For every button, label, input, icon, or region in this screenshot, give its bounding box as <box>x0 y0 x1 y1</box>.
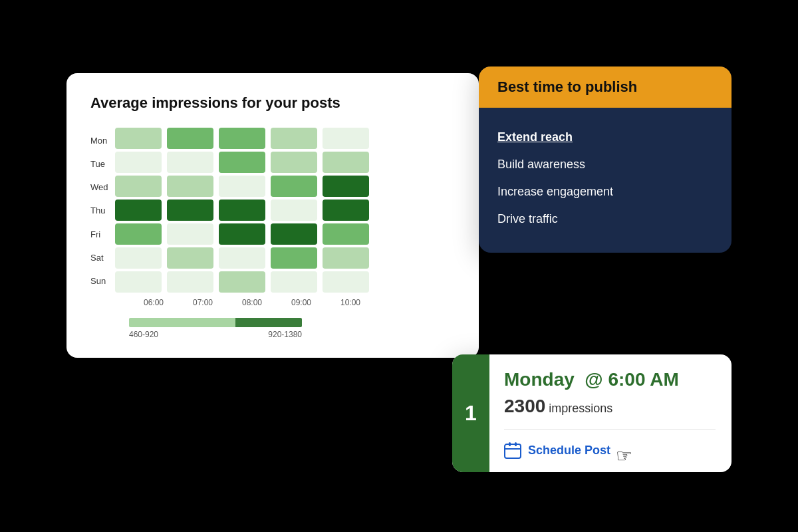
cell-3-1 <box>167 200 213 221</box>
cell-6-0 <box>115 271 162 293</box>
day-label-sat: Sat <box>90 247 108 268</box>
result-impressions-value: 2300 <box>504 396 545 416</box>
day-label-sun: Sun <box>90 270 108 291</box>
day-labels: MonTueWedThuFriSatSun <box>90 128 108 293</box>
legend-range1: 460-920 <box>129 330 158 339</box>
cell-6-2 <box>219 271 265 293</box>
cell-3-3 <box>271 200 317 221</box>
best-time-item-1[interactable]: Build awareness <box>497 151 713 178</box>
time-label-08:00: 08:00 <box>227 298 277 307</box>
cell-4-4 <box>323 223 369 245</box>
cell-5-3 <box>271 247 317 269</box>
schedule-post-button[interactable]: Schedule Post <box>504 439 610 462</box>
grid-col-3 <box>271 128 317 293</box>
legend-area: 460-920 920-1380 <box>129 318 455 339</box>
heatmap-card: Average impressions for your posts MonTu… <box>66 73 479 358</box>
time-label-10:00: 10:00 <box>326 298 375 307</box>
cell-6-1 <box>167 271 213 293</box>
svg-rect-2 <box>515 442 517 446</box>
cursor-icon: ☞ <box>616 445 632 467</box>
cell-3-2 <box>219 200 265 221</box>
grid-columns <box>115 128 372 293</box>
heatmap-title: Average impressions for your posts <box>90 94 455 112</box>
cell-3-0 <box>115 200 162 221</box>
cell-3-4 <box>323 200 369 221</box>
best-time-body: Extend reach Build awareness Increase en… <box>479 108 732 253</box>
cell-2-2 <box>219 176 265 197</box>
cell-4-0 <box>115 223 162 245</box>
cell-1-1 <box>167 152 213 173</box>
result-card: 1 Monday @ 6:00 AM 2300 impressions <box>452 354 732 472</box>
cell-2-0 <box>115 176 162 197</box>
cell-1-3 <box>271 152 317 173</box>
svg-rect-1 <box>509 442 511 446</box>
result-time-line: Monday @ 6:00 AM <box>504 369 716 390</box>
day-label-mon: Mon <box>90 130 108 152</box>
day-label-fri: Fri <box>90 223 108 245</box>
best-time-card: Best time to publish Extend reach Build … <box>479 66 732 253</box>
result-rank-bar: 1 <box>452 354 489 472</box>
cell-0-0 <box>115 128 162 149</box>
svg-rect-0 <box>505 444 521 458</box>
result-time: @ 6:00 AM <box>585 369 678 390</box>
best-time-item-0[interactable]: Extend reach <box>497 124 713 151</box>
day-label-tue: Tue <box>90 154 108 175</box>
cell-5-4 <box>323 247 369 269</box>
cell-5-2 <box>219 247 265 269</box>
cell-5-0 <box>115 247 162 269</box>
legend-light <box>129 318 235 327</box>
cell-0-2 <box>219 128 265 149</box>
best-time-item-3[interactable]: Drive traffic <box>497 205 713 233</box>
cell-6-4 <box>323 271 369 293</box>
calendar-icon <box>504 442 521 459</box>
legend-dark <box>235 318 302 327</box>
cell-0-1 <box>167 128 213 149</box>
result-impressions: 2300 impressions <box>504 396 716 417</box>
time-label-09:00: 09:00 <box>277 298 326 307</box>
cell-0-3 <box>271 128 317 149</box>
cell-2-1 <box>167 176 213 197</box>
cell-2-4 <box>323 176 369 197</box>
best-time-header: Best time to publish <box>479 66 732 108</box>
cell-1-2 <box>219 152 265 173</box>
cell-0-4 <box>323 128 369 149</box>
grid-col-2 <box>219 128 265 293</box>
result-rank: 1 <box>465 401 477 426</box>
cell-1-4 <box>323 152 369 173</box>
cell-4-1 <box>167 223 213 245</box>
schedule-post-label: Schedule Post <box>528 444 610 458</box>
legend-range2: 920-1380 <box>268 330 302 339</box>
day-label-thu: Thu <box>90 200 108 221</box>
grid-col-0 <box>115 128 162 293</box>
time-labels: 06:0007:0008:0009:0010:00 <box>129 298 455 307</box>
time-label-07:00: 07:00 <box>178 298 227 307</box>
result-impressions-label: impressions <box>549 402 612 415</box>
result-content: Monday @ 6:00 AM 2300 impressions <box>489 354 732 472</box>
cell-1-0 <box>115 152 162 173</box>
grid-col-4 <box>323 128 369 293</box>
best-time-title: Best time to publish <box>497 78 637 95</box>
best-time-item-2[interactable]: Increase engagement <box>497 178 713 205</box>
cell-4-3 <box>271 223 317 245</box>
day-label-wed: Wed <box>90 177 108 198</box>
grid-col-1 <box>167 128 213 293</box>
cell-6-3 <box>271 271 317 293</box>
cell-4-2 <box>219 223 265 245</box>
cell-2-3 <box>271 176 317 197</box>
cell-5-1 <box>167 247 213 269</box>
time-label-06:00: 06:00 <box>129 298 178 307</box>
result-day: Monday <box>504 369 575 390</box>
